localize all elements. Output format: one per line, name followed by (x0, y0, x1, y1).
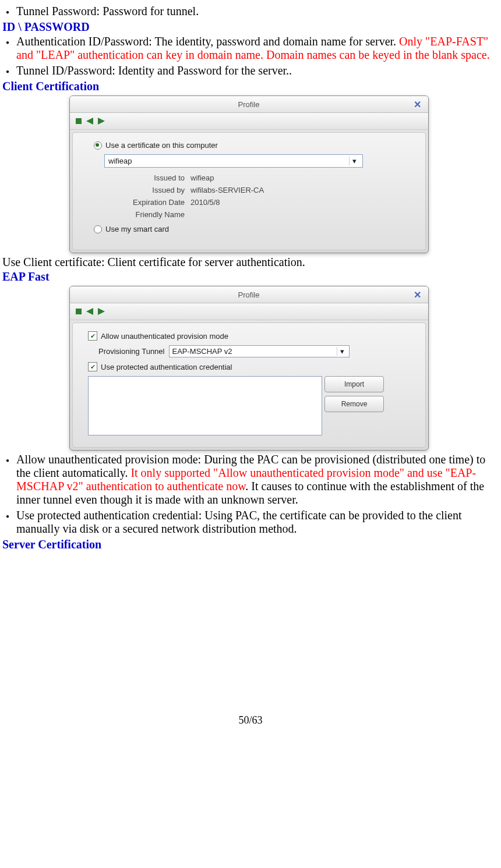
friendly-name-value (190, 210, 414, 219)
back-icon[interactable] (86, 118, 93, 125)
dialog-nav (70, 303, 428, 320)
expiration-label: Expiration Date (115, 198, 185, 207)
provisioning-label: Provisioning Tunnel (98, 347, 164, 356)
checkbox-icon: ✔ (88, 362, 97, 371)
list-item: ● Tunnel ID/Password: Identity and Passw… (2, 64, 499, 77)
issued-to-value: wifieap (190, 173, 414, 182)
radio-icon (94, 225, 102, 233)
select-value: wifieap (108, 157, 132, 165)
provisioning-tunnel-row: Provisioning Tunnel EAP-MSCHAP v2 ▾ (98, 345, 414, 357)
checkbox-use-protected[interactable]: ✔ Use protected authentication credentia… (88, 362, 414, 371)
close-icon[interactable]: ✕ (411, 99, 424, 110)
list-item: ● Tunnel Password: Password for tunnel. (2, 5, 499, 18)
radio-icon (94, 141, 102, 150)
bullet-dot: ● (6, 68, 10, 77)
dialog-nav (70, 113, 428, 130)
expiration-value: 2010/5/8 (190, 198, 414, 207)
radio-use-certificate[interactable]: Use a certificate on this computer (94, 141, 414, 150)
list-item: ● Authentication ID/Password: The identi… (2, 35, 499, 62)
friendly-name-label: Friendly Name (115, 210, 185, 219)
bullet-dot: ● (6, 9, 10, 18)
checkbox-allow-unauth[interactable]: ✔ Allow unauthenticated provision mode (88, 331, 414, 341)
auth-id-text: Authentication ID/Password: The identity… (16, 35, 499, 62)
stop-icon[interactable] (76, 309, 82, 314)
remove-button[interactable]: Remove (324, 396, 384, 412)
auth-id-black: Authentication ID/Password: The identity… (16, 35, 399, 48)
dialog-body: ✔ Allow unauthenticated provision mode P… (72, 323, 426, 448)
provisioning-select[interactable]: EAP-MSCHAP v2 ▾ (169, 345, 350, 357)
certificate-select[interactable]: wifieap ▾ (104, 154, 363, 168)
profile-dialog-eap-fast: Profile ✕ ✔ Allow unauthenticated provis… (69, 286, 429, 451)
dialog-title: Profile (86, 290, 411, 299)
bullet-dot: ● (6, 39, 10, 62)
bullet-dot: ● (6, 513, 10, 536)
heading-eap-fast: EAP Fast (2, 270, 499, 284)
profile-dialog-client-cert: Profile ✕ Use a certificate on this comp… (69, 95, 429, 253)
dialog-body: Use a certificate on this computer wifie… (72, 132, 426, 250)
use-client-cert-text: Use Client certificate: Client certifica… (2, 256, 499, 269)
dialog-titlebar: Profile ✕ (70, 286, 428, 303)
radio-label: Use a certificate on this computer (105, 141, 218, 150)
checkbox-label: Use protected authentication credential (101, 363, 232, 371)
certificate-details: Issued to wifieap Issued by wifilabs-SER… (115, 173, 414, 219)
credential-area: Import Remove (88, 376, 414, 435)
heading-server-cert: Server Certification (2, 538, 499, 551)
allow-unauth-text: Allow unauthenticated provision mode: Du… (16, 453, 499, 506)
checkbox-label: Allow unauthenticated provision mode (101, 332, 228, 341)
radio-label: Use my smart card (105, 225, 169, 233)
dropdown-icon: ▾ (337, 347, 347, 356)
bullet-dot: ● (6, 457, 10, 506)
forward-icon[interactable] (98, 308, 105, 315)
import-button[interactable]: Import (324, 376, 384, 392)
button-column: Import Remove (324, 376, 384, 435)
list-item: ● Use protected authentication credentia… (2, 509, 499, 536)
select-value: EAP-MSCHAP v2 (172, 347, 232, 356)
close-icon[interactable]: ✕ (411, 289, 424, 300)
heading-id-password: ID \ PASSWORD (2, 20, 499, 34)
list-item: ● Allow unauthenticated provision mode: … (2, 453, 499, 506)
issued-by-label: Issued by (115, 186, 185, 194)
issued-by-value: wifilabs-SERVIER-CA (190, 186, 414, 194)
forward-icon[interactable] (98, 118, 105, 125)
issued-to-label: Issued to (115, 173, 185, 182)
back-icon[interactable] (86, 308, 93, 315)
button-label: Remove (341, 400, 368, 408)
tunnel-password-text: Tunnel Password: Password for tunnel. (16, 5, 199, 18)
page-number: 50/63 (2, 714, 499, 727)
heading-client-cert: Client Certification (2, 80, 499, 93)
radio-use-smartcard[interactable]: Use my smart card (94, 225, 414, 233)
credential-listbox[interactable] (88, 376, 322, 435)
dialog-titlebar: Profile ✕ (70, 96, 428, 113)
dropdown-icon: ▾ (349, 157, 359, 165)
checkbox-icon: ✔ (88, 331, 97, 341)
use-protected-text: Use protected authentication credential:… (16, 509, 499, 536)
button-label: Import (344, 380, 364, 388)
tunnel-id-text: Tunnel ID/Password: Identity and Passwor… (16, 64, 292, 77)
stop-icon[interactable] (76, 118, 82, 124)
dialog-title: Profile (86, 100, 411, 109)
